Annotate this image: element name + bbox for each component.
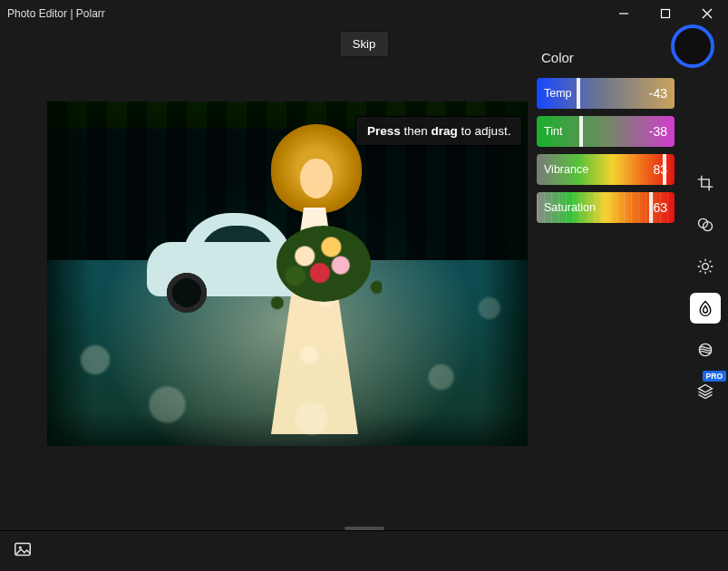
slider-value: 63 — [653, 200, 667, 215]
panel-resize-handle[interactable] — [345, 527, 384, 530]
tutorial-tooltip: Press then drag to adjust. — [355, 116, 522, 146]
slider-handle[interactable] — [649, 192, 653, 223]
slider-label: Saturation — [544, 201, 596, 214]
panel-title: Color — [541, 50, 574, 65]
color-icon[interactable] — [690, 293, 721, 324]
accent-indicator[interactable] — [671, 24, 714, 68]
color-sliders: Temp-43Tint-38Vibrance83Saturation63 — [537, 78, 675, 223]
slider-label: Temp — [544, 87, 572, 100]
slider-value: -38 — [649, 124, 667, 139]
slider-saturation[interactable]: Saturation63 — [537, 192, 675, 223]
browse-photos-button[interactable] — [13, 539, 33, 563]
minimize-button[interactable] — [603, 0, 645, 27]
slider-handle[interactable] — [577, 78, 580, 109]
slider-handle[interactable] — [663, 154, 666, 185]
close-button[interactable] — [686, 0, 728, 27]
photo-preview — [47, 102, 528, 446]
slider-value: -43 — [649, 86, 667, 101]
slider-tint[interactable]: Tint-38 — [537, 116, 675, 147]
light-icon[interactable] — [690, 251, 721, 282]
overlays-icon[interactable] — [690, 209, 721, 240]
skip-button[interactable]: Skip — [339, 31, 389, 57]
svg-rect-1 — [662, 10, 670, 18]
window-controls — [603, 0, 728, 27]
tooltip-drag: drag — [432, 124, 458, 138]
window-title: Photo Editor | Polarr — [7, 7, 105, 20]
titlebar: Photo Editor | Polarr — [0, 0, 728, 27]
right-toolbar: PRO — [688, 168, 723, 407]
tooltip-press: Press — [367, 124, 401, 138]
slider-label: Vibrance — [544, 163, 588, 176]
slider-vibrance[interactable]: Vibrance83 — [537, 154, 675, 185]
crop-icon[interactable] — [690, 168, 721, 198]
slider-handle[interactable] — [579, 116, 583, 147]
bottom-bar — [0, 531, 728, 571]
svg-point-6 — [703, 264, 709, 270]
pro-badge: PRO — [703, 371, 726, 382]
slider-temp[interactable]: Temp-43 — [537, 78, 675, 109]
effects-icon[interactable] — [690, 334, 721, 365]
photo-canvas[interactable] — [47, 102, 528, 446]
slider-label: Tint — [544, 125, 562, 138]
maximize-button[interactable] — [645, 0, 686, 27]
